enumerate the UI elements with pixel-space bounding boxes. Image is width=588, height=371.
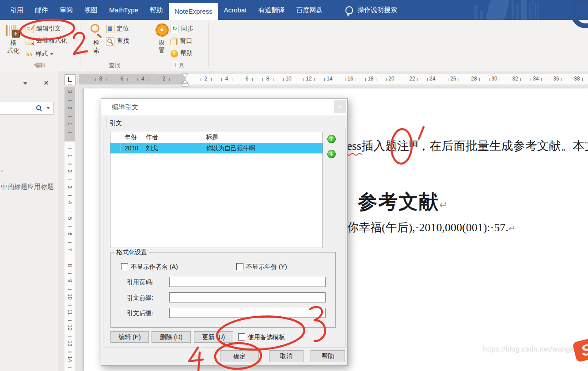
- ruler-number: 4: [141, 76, 144, 82]
- ruler-number: 20: [388, 76, 394, 82]
- ruler-tick: [582, 78, 583, 81]
- tab-citation[interactable]: 引文: [106, 117, 125, 129]
- hide-author-checkbox[interactable]: [121, 263, 128, 270]
- ribbon-button-同步[interactable]: 同步: [171, 24, 193, 33]
- edit-citation-dialog: 编辑引文 ✕ 引文 年份作者标题2010刘戈你以为自己很牛啊 格式化设置 不显示…: [101, 98, 348, 366]
- ruler-tick: [68, 227, 72, 227]
- ribbon-button-label: 窗口: [180, 37, 192, 45]
- ruler-tick: [520, 78, 521, 81]
- ruler-number: 12: [306, 76, 311, 82]
- chevron-down-icon[interactable]: [23, 82, 27, 87]
- dropdown-caret-icon: [50, 53, 53, 57]
- delete-button[interactable]: 删除 (D): [152, 331, 191, 343]
- ribbon-button-编辑引文[interactable]: 编辑引文: [26, 24, 61, 33]
- citation-table[interactable]: 年份作者标题2010刘戈你以为自己很牛啊: [110, 132, 323, 248]
- ribbon-button-样式[interactable]: 样式: [26, 50, 53, 58]
- ribbon-button-设置[interactable]: 设置: [151, 23, 172, 54]
- ruler-tick: [479, 78, 480, 81]
- ruler-tick: [68, 352, 72, 352]
- ribbon-tab-视图[interactable]: 视图: [79, 0, 103, 20]
- first-line-indent-marker[interactable]: [181, 73, 190, 79]
- ribbon-button-格式化[interactable]: 格式化: [3, 23, 24, 54]
- ruler-tick: [541, 78, 542, 81]
- ruler-tick: [386, 78, 387, 81]
- alt-template-checkbox[interactable]: [238, 333, 245, 340]
- hide-year-checkbox[interactable]: [236, 263, 243, 270]
- ribbon-tab-百度网盘[interactable]: 百度网盘: [290, 0, 328, 20]
- help-button[interactable]: 帮助: [311, 350, 345, 362]
- ribbon-button-查找[interactable]: 查找: [106, 37, 129, 46]
- column-header-年份: 年份: [121, 132, 142, 143]
- column-header-作者: 作者: [142, 132, 202, 143]
- ribbon-tab-审阅[interactable]: 审阅: [54, 0, 79, 20]
- dialog-close-icon[interactable]: ✕: [334, 100, 346, 113]
- ruler-number: 24: [429, 76, 435, 82]
- ruler-number: 38: [574, 76, 580, 82]
- ok-button[interactable]: 确定: [220, 350, 259, 362]
- vertical-ruler[interactable]: 3211234567891011121314: [64, 87, 75, 371]
- ruler-number: 9: [67, 275, 73, 286]
- references-heading: 参考文献↵: [358, 189, 447, 215]
- move-up-button[interactable]: [327, 135, 336, 143]
- table-header-row: 年份作者标题: [110, 132, 322, 143]
- find-icon: [106, 37, 114, 46]
- ruler-tick: [314, 78, 315, 81]
- citation-prefix-input[interactable]: [169, 292, 326, 302]
- update-button[interactable]: 更新 (U): [194, 331, 233, 343]
- ribbon-button-帮助[interactable]: 帮助: [171, 49, 193, 58]
- nav-search-input[interactable]: [0, 102, 54, 115]
- ruler-tick: [448, 78, 448, 81]
- ribbon-tab-NoteExpress[interactable]: NoteExpress: [169, 3, 218, 20]
- ribbon-button-检索[interactable]: 检索: [86, 23, 107, 54]
- ribbon-group-label: 编辑: [0, 61, 80, 69]
- ribbon-tab-MathType[interactable]: MathType: [103, 0, 144, 20]
- ruler-number: 13: [67, 338, 73, 349]
- ruler-tick: [68, 273, 72, 274]
- ruler-number: 7: [67, 244, 73, 255]
- cited-pages-label: 引用页码:: [127, 279, 153, 287]
- move-down-button[interactable]: [327, 150, 336, 158]
- citation-prefix-label: 引文前缀:: [127, 294, 153, 302]
- dialog-titlebar[interactable]: 编辑引文: [101, 99, 347, 115]
- cited-pages-input[interactable]: [169, 277, 326, 287]
- ribbon-button-label: 样式: [35, 50, 48, 58]
- ribbon-tab-Acrobat[interactable]: Acrobat: [218, 0, 253, 20]
- ribbon-tab-帮助[interactable]: 帮助: [144, 0, 169, 20]
- ruler-tick: [438, 78, 438, 81]
- tell-me-search[interactable]: 操作说明搜索: [345, 0, 397, 20]
- ruler-number: 14: [67, 354, 73, 364]
- ribbon-button-label: 去除格式化: [36, 37, 67, 45]
- ruler-number: 18: [368, 76, 373, 82]
- ruler-number: 1: [67, 119, 73, 129]
- table-row[interactable]: 2010刘戈你以为自己很牛啊: [110, 143, 322, 153]
- ruler-tick: [117, 78, 117, 81]
- search-dropdown-icon[interactable]: [46, 107, 50, 111]
- hanging-indent-marker[interactable]: [181, 80, 190, 88]
- edit-citation-icon: [26, 25, 34, 33]
- hide-year-label: 不显示年份 (Y): [246, 263, 287, 271]
- ruler-tick: [252, 78, 253, 81]
- ruler-tick: [365, 78, 366, 81]
- ribbon-tab-邮件[interactable]: 邮件: [29, 0, 54, 20]
- hide-author-label: 不显示作者名 (A): [131, 263, 178, 271]
- edit-button[interactable]: 编辑 (E): [110, 331, 149, 343]
- ruler-tick: [68, 226, 72, 227]
- ribbon-tab-有道翻译[interactable]: 有道翻译: [252, 0, 290, 20]
- citation-suffix-input[interactable]: [169, 308, 326, 318]
- ruler-number: 14: [326, 76, 332, 82]
- horizontal-ruler[interactable]: 86422468101214161820222426283032343638: [79, 74, 588, 84]
- ruler-number: 2: [67, 103, 73, 113]
- ruler-number: 5: [67, 213, 73, 224]
- close-icon[interactable]: ✕: [43, 79, 49, 87]
- ribbon-group-label: 查找: [80, 61, 149, 69]
- lightbulb-icon: [345, 6, 353, 14]
- ribbon-button-窗口[interactable]: 窗口: [171, 37, 192, 46]
- cancel-button[interactable]: 取消: [269, 350, 303, 362]
- ruler-tick: [68, 305, 72, 305]
- citation-marker[interactable]: [1]: [409, 140, 418, 147]
- ruler-number: 1: [67, 150, 73, 161]
- ribbon-button-定位[interactable]: 定位: [106, 24, 129, 33]
- ruler-tick: [531, 78, 531, 81]
- ribbon-tab-引用[interactable]: 引用: [4, 0, 29, 20]
- ribbon-button-去除格式化[interactable]: 去除格式化: [26, 36, 67, 45]
